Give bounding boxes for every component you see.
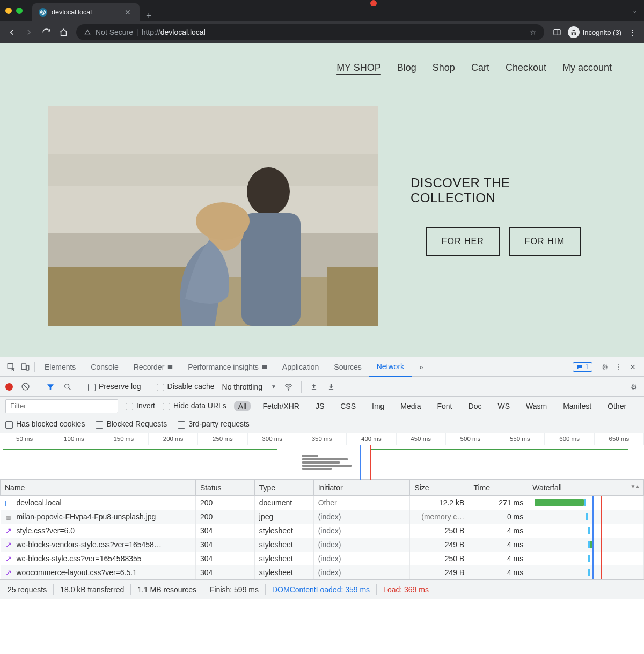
type-wasm[interactable]: Wasm bbox=[522, 401, 551, 411]
incognito-indicator[interactable]: Incognito (3) bbox=[568, 26, 621, 38]
type-other[interactable]: Other bbox=[603, 401, 631, 411]
col-type[interactable]: Type bbox=[254, 480, 313, 496]
status-load: Load: 369 ms bbox=[383, 585, 429, 594]
inspect-element-icon[interactable] bbox=[4, 362, 18, 372]
col-status[interactable]: Status bbox=[195, 480, 254, 496]
network-settings-icon[interactable]: ⚙ bbox=[629, 383, 639, 391]
issues-badge[interactable]: 1 bbox=[573, 362, 592, 372]
table-row[interactable]: ↗woocommerce-layout.css?ver=6.5.1304styl… bbox=[1, 565, 644, 579]
nav-brand[interactable]: MY SHOP bbox=[336, 62, 381, 74]
type-media[interactable]: Media bbox=[396, 401, 425, 411]
site-nav: MY SHOP Blog Shop Cart Checkout My accou… bbox=[0, 43, 644, 74]
new-tab-button[interactable]: + bbox=[140, 10, 158, 21]
tab-sources[interactable]: Sources bbox=[326, 357, 369, 377]
for-her-button[interactable]: FOR HER bbox=[426, 227, 500, 256]
type-all[interactable]: All bbox=[234, 401, 251, 411]
for-him-button[interactable]: FOR HIM bbox=[509, 227, 581, 256]
preserve-log-checkbox[interactable]: Preserve log bbox=[88, 382, 141, 391]
table-row[interactable]: ↗style.css?ver=6.0304stylesheet(index)25… bbox=[1, 524, 644, 538]
incognito-count: Incognito (3) bbox=[583, 28, 621, 36]
maximize-window-icon[interactable] bbox=[16, 8, 23, 14]
minimize-window-icon[interactable] bbox=[5, 8, 12, 14]
network-conditions-icon[interactable] bbox=[284, 382, 294, 391]
svg-point-8 bbox=[247, 167, 290, 216]
home-button[interactable] bbox=[56, 25, 71, 40]
reload-button[interactable] bbox=[39, 25, 54, 40]
nav-blog[interactable]: Blog bbox=[397, 62, 416, 74]
status-resources: 1.1 MB resources bbox=[137, 585, 196, 594]
tab-application[interactable]: Application bbox=[275, 357, 327, 377]
nav-shop[interactable]: Shop bbox=[433, 62, 455, 74]
filter-input[interactable] bbox=[5, 399, 118, 413]
tabs-dropdown-icon[interactable]: ⌄ bbox=[632, 7, 638, 14]
nav-account[interactable]: My account bbox=[562, 62, 612, 74]
close-tab-icon[interactable]: ✕ bbox=[122, 8, 133, 17]
tab-console[interactable]: Console bbox=[83, 357, 126, 377]
table-row[interactable]: ▧milan-popovic-FHvpa4-Fpu8-unsplash.jpg2… bbox=[1, 510, 644, 524]
record-button[interactable] bbox=[5, 383, 13, 391]
bookmark-icon[interactable]: ☆ bbox=[530, 28, 537, 36]
type-doc[interactable]: Doc bbox=[464, 401, 486, 411]
svg-rect-3 bbox=[48, 154, 378, 186]
third-party-checkbox[interactable]: 3rd-party requests bbox=[178, 420, 250, 428]
type-css[interactable]: CSS bbox=[336, 401, 360, 411]
browser-tab[interactable]: devlocal.local ✕ bbox=[32, 3, 140, 21]
nav-cart[interactable]: Cart bbox=[471, 62, 489, 74]
table-row[interactable]: ▤devlocal.local200documentOther12.2 kB27… bbox=[1, 496, 644, 510]
forward-button[interactable] bbox=[21, 25, 36, 40]
col-waterfall[interactable]: Waterfall▼ ▲ bbox=[528, 480, 644, 496]
type-img[interactable]: Img bbox=[368, 401, 389, 411]
blocked-requests-checkbox[interactable]: Blocked Requests bbox=[96, 420, 167, 428]
col-initiator[interactable]: Initiator bbox=[313, 480, 410, 496]
table-row[interactable]: ↗wc-blocks-style.css?ver=1654588355304st… bbox=[1, 552, 644, 565]
svg-rect-7 bbox=[327, 267, 378, 326]
svg-rect-14 bbox=[26, 365, 29, 370]
table-row[interactable]: ↗wc-blocks-vendors-style.css?ver=165458…… bbox=[1, 538, 644, 552]
svg-point-21 bbox=[288, 389, 289, 390]
blocked-cookies-checkbox[interactable]: Has blocked cookies bbox=[5, 420, 85, 428]
svg-rect-16 bbox=[262, 365, 267, 369]
tab-elements[interactable]: Elements bbox=[37, 357, 83, 377]
close-window-icon[interactable] bbox=[370, 0, 377, 6]
svg-rect-0 bbox=[554, 30, 560, 35]
filter-icon[interactable] bbox=[46, 383, 55, 391]
invert-checkbox[interactable]: Invert bbox=[126, 401, 155, 410]
device-toggle-icon[interactable] bbox=[18, 362, 32, 372]
type-ws[interactable]: WS bbox=[493, 401, 514, 411]
nav-checkout[interactable]: Checkout bbox=[506, 62, 546, 74]
tab-perf-insights[interactable]: Performance insights bbox=[180, 357, 275, 377]
window-controls[interactable] bbox=[5, 8, 23, 14]
clear-icon[interactable] bbox=[20, 382, 30, 391]
search-icon[interactable] bbox=[63, 383, 72, 391]
upload-har-icon[interactable] bbox=[309, 383, 319, 391]
devtools-menu-icon[interactable]: ⋮ bbox=[612, 363, 626, 371]
type-fetch[interactable]: Fetch/XHR bbox=[258, 401, 303, 411]
browser-menu-icon[interactable]: ⋮ bbox=[625, 25, 640, 40]
more-tabs-icon[interactable]: » bbox=[412, 357, 431, 377]
throttling-select[interactable]: No throttling▼ bbox=[222, 383, 276, 391]
panel-icon[interactable] bbox=[550, 25, 565, 40]
type-js[interactable]: JS bbox=[311, 401, 328, 411]
tab-network[interactable]: Network bbox=[369, 357, 412, 377]
download-har-icon[interactable] bbox=[326, 383, 336, 391]
hide-data-urls-checkbox[interactable]: Hide data URLs bbox=[163, 401, 226, 410]
col-name[interactable]: Name bbox=[1, 480, 196, 496]
tab-recorder[interactable]: Recorder bbox=[126, 357, 181, 377]
incognito-icon bbox=[568, 26, 580, 38]
type-manifest[interactable]: Manifest bbox=[559, 401, 596, 411]
col-size[interactable]: Size bbox=[410, 480, 469, 496]
svg-point-19 bbox=[65, 384, 69, 388]
devtools-close-icon[interactable]: ✕ bbox=[626, 363, 640, 371]
col-time[interactable]: Time bbox=[469, 480, 528, 496]
address-bar[interactable]: Not Secure | http://devlocal.local ☆ bbox=[76, 24, 544, 40]
network-status-bar: 25 requests 18.0 kB transferred 1.1 MB r… bbox=[0, 579, 644, 599]
devtools-settings-icon[interactable]: ⚙ bbox=[598, 363, 612, 371]
hero-headline: DISCOVER THE COLLECTION bbox=[411, 175, 596, 205]
type-font[interactable]: Font bbox=[433, 401, 457, 411]
disable-cache-checkbox[interactable]: Disable cache bbox=[157, 382, 215, 391]
timeline-overview[interactable]: 50 ms100 ms150 ms200 ms250 ms300 ms350 m… bbox=[0, 433, 644, 480]
svg-rect-13 bbox=[21, 364, 26, 370]
back-button[interactable] bbox=[4, 25, 19, 40]
url-protocol: http:// bbox=[142, 28, 160, 36]
url-host: devlocal.local bbox=[160, 28, 206, 36]
